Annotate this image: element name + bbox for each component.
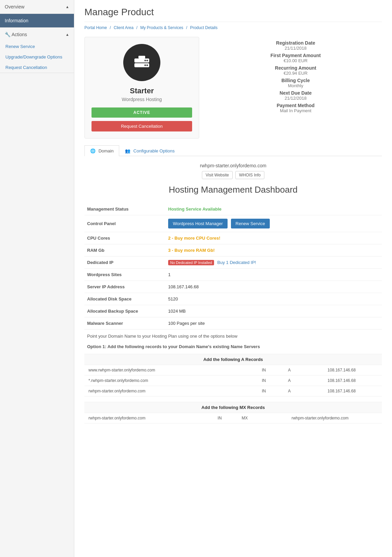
domain-info: rwhpm-starter.onlyfordemo.com Visit Webs… (84, 163, 382, 179)
globe-icon: 🌐 (90, 148, 96, 153)
allocated-disk-label: Allocated Disk Space (84, 293, 165, 305)
ram-gb-label: RAM Gb (84, 244, 165, 257)
a-records-table: Add the following A Records www.rwhpm-st… (84, 354, 382, 396)
actions-label: 🔧 Actions (5, 32, 27, 37)
product-icon-circle (123, 44, 160, 81)
dashboard-title: Hosting Management Dashboard (84, 185, 382, 195)
server-ip-label: Server IP Address (84, 281, 165, 293)
sidebar-item-upgrade-downgrade[interactable]: Upgrade/Downgrade Options (0, 52, 74, 62)
sidebar-section-information: Information (0, 14, 74, 28)
svg-point-5 (145, 65, 146, 66)
sidebar-section-overview: Overview ▲ (0, 0, 74, 14)
first-payment-label: First Payment Amount (209, 53, 382, 58)
buy-dedicated-ip-link[interactable]: Buy 1 Dedicated IP! (217, 260, 256, 265)
recurring-amount-label: Recurring Amount (209, 65, 382, 71)
a-record-class-3: IN (251, 386, 278, 396)
dedicated-ip-value: No Dedicated IP Installed Buy 1 Dedicate… (165, 257, 382, 269)
registration-date-label: Registration Date (209, 40, 382, 46)
payment-method-row: Payment Method Mail In Payment (209, 103, 382, 113)
top-section: Starter Wordpress Hosting ACTIVE Request… (84, 37, 382, 139)
registration-date-value: 21/11/2018 (209, 46, 382, 51)
sidebar-item-renew-service[interactable]: Renew Service (0, 41, 74, 52)
overview-label: Overview (5, 4, 24, 9)
control-panel-buttons: Wordpress Host Manager Renew Service (165, 215, 382, 232)
a-record-host-1: www.rwhpm-starter.onlyfordemo.com (84, 365, 251, 376)
breadcrumb: Portal Home / Client Area / My Products … (84, 25, 382, 30)
sidebar-actions-header[interactable]: 🔧 Actions ▲ (0, 28, 74, 41)
page-title: Manage Product (84, 7, 382, 22)
control-panel-row: Control Panel Wordpress Host Manager Ren… (84, 215, 382, 232)
info-panel: Registration Date 21/11/2018 First Payme… (209, 37, 382, 139)
a-record-value-2: 108.167.146.68 (301, 376, 382, 386)
mx-records-table: Add the following MX Records rwhpm-start… (84, 402, 382, 423)
allocated-backup-label: Allocated Backup Space (84, 305, 165, 317)
allocated-backup-row: Allocated Backup Space 1024 MB (84, 305, 382, 317)
sidebar: Overview ▲ Information 🔧 Actions ▲ Renew… (0, 0, 74, 557)
billing-cycle-value: Monthly (209, 83, 382, 88)
chevron-up-icon-actions: ▲ (66, 32, 69, 37)
whois-info-button[interactable]: WHOIS Info (235, 171, 264, 179)
recurring-amount-value: €20.94 EUR (209, 71, 382, 76)
recurring-amount-row: Recurring Amount €20.94 EUR (209, 65, 382, 76)
tab-configurable-label: Configurable Options (133, 148, 175, 153)
allocated-disk-row: Allocated Disk Space 5120 (84, 293, 382, 305)
product-card: Starter Wordpress Hosting ACTIVE Request… (84, 37, 199, 139)
request-cancellation-button[interactable]: Request Cancellation (92, 121, 192, 131)
status-badge: ACTIVE (92, 107, 192, 118)
dashboard-table: Management Status Hosting Service Availa… (84, 203, 382, 330)
a-record-host-3: rwhpm-starter.onlyfordemo.com (84, 386, 251, 396)
domain-name: rwhpm-starter.onlyfordemo.com (84, 163, 382, 168)
billing-cycle-row: Billing Cycle Monthly (209, 78, 382, 88)
allocated-disk-value: 5120 (165, 293, 382, 305)
visit-website-button[interactable]: Visit Website (202, 171, 233, 179)
domain-pointer-text: Point your Domain Name to your Hosting P… (84, 330, 382, 340)
ram-gb-value: 3 - Buy more RAM Gb! (165, 244, 382, 257)
a-record-class-2: IN (251, 376, 278, 386)
information-label: Information (5, 18, 28, 23)
breadcrumb-products-services[interactable]: My Products & Services (140, 25, 183, 30)
malware-scanner-value: 100 Pages per site (165, 317, 382, 330)
wordpress-sites-value: 1 (165, 269, 382, 281)
wp-manager-button[interactable]: Wordpress Host Manager (168, 219, 228, 228)
chevron-up-icon: ▲ (66, 5, 69, 9)
payment-method-label: Payment Method (209, 103, 382, 108)
management-status-row: Management Status Hosting Service Availa… (84, 203, 382, 215)
sidebar-item-request-cancellation[interactable]: Request Cancellation (0, 62, 74, 73)
next-due-value: 21/12/2018 (209, 96, 382, 101)
domain-buttons: Visit Website WHOIS Info (84, 171, 382, 179)
a-record-row-2: *.rwhpm-starter.onlyfordemo.com IN A 108… (84, 376, 382, 386)
sidebar-section-actions: 🔧 Actions ▲ Renew Service Upgrade/Downgr… (0, 28, 74, 73)
first-payment-value: €10.00 EUR (209, 58, 382, 63)
sidebar-overview-header[interactable]: Overview ▲ (0, 0, 74, 14)
server-ip-row: Server IP Address 108.167.146.68 (84, 281, 382, 293)
payment-method-value: Mail In Payment (209, 108, 382, 113)
billing-cycle-label: Billing Cycle (209, 78, 382, 83)
server-icon (132, 52, 152, 73)
dedicated-ip-row: Dedicated IP No Dedicated IP Installed B… (84, 257, 382, 269)
renew-service-button[interactable]: Renew Service (231, 219, 270, 228)
tab-configurable-options[interactable]: 👥 Configurable Options (119, 145, 180, 156)
breadcrumb-portal-home[interactable]: Portal Home (84, 25, 107, 30)
breadcrumb-client-area[interactable]: Client Area (114, 25, 134, 30)
next-due-label: Next Due Date (209, 90, 382, 96)
wordpress-sites-row: Wordpress Sites 1 (84, 269, 382, 281)
users-icon: 👥 (125, 148, 130, 153)
server-ip-value: 108.167.146.68 (165, 281, 382, 293)
management-status-value: Hosting Service Available (165, 203, 382, 215)
dedicated-ip-label: Dedicated IP (84, 257, 165, 269)
cpu-cores-label: CPU Cores (84, 232, 165, 244)
malware-scanner-label: Malware Scanner (84, 317, 165, 330)
svg-point-3 (145, 60, 146, 62)
mx-record-class-1: IN (208, 413, 231, 423)
a-records-title: Add the following A Records (84, 354, 382, 365)
control-panel-label: Control Panel (84, 215, 165, 232)
main-content: Manage Product Portal Home / Client Area… (74, 0, 392, 557)
first-payment-row: First Payment Amount €10.00 EUR (209, 53, 382, 63)
product-type: Wordpress Hosting (122, 97, 162, 102)
a-record-row-1: www.rwhpm-starter.onlyfordemo.com IN A 1… (84, 365, 382, 376)
cpu-cores-value: 2 - Buy more CPU Cores! (165, 232, 382, 244)
ram-gb-row: RAM Gb 3 - Buy more RAM Gb! (84, 244, 382, 257)
sidebar-information-header[interactable]: Information (0, 14, 74, 27)
tab-domain[interactable]: 🌐 Domain (84, 145, 119, 156)
registration-date-row: Registration Date 21/11/2018 (209, 40, 382, 51)
